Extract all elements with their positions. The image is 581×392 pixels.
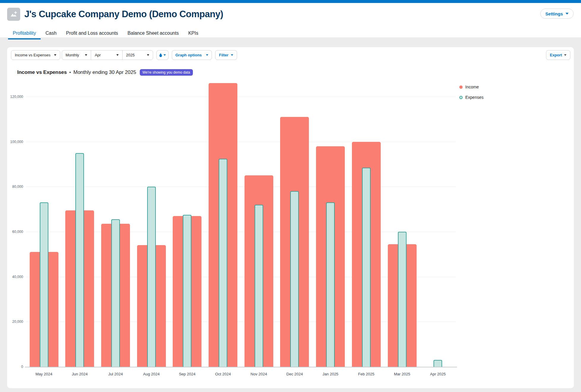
legend-swatch-income — [459, 85, 463, 89]
image-plus-icon — [9, 10, 18, 18]
x-axis-line — [25, 367, 457, 367]
expenses-bar[interactable] — [255, 205, 263, 367]
x-axis-label: Feb 2025 — [348, 372, 384, 376]
chevron-down-icon — [566, 13, 569, 15]
legend-label: Expenses — [465, 95, 483, 100]
y-axis-label: 20,000 — [5, 320, 23, 324]
legend-swatch-expenses — [459, 96, 463, 99]
y-axis-label: 40,000 — [5, 275, 23, 279]
y-axis-label: 0 — [5, 365, 23, 369]
settings-button[interactable]: Settings — [540, 9, 574, 19]
expenses-bar[interactable] — [40, 202, 48, 367]
chart-plot-area: 020,00040,00060,00080,000100,000120,000M… — [7, 47, 574, 388]
tab-cash[interactable]: Cash — [41, 28, 61, 39]
expenses-bar[interactable] — [75, 153, 84, 367]
x-axis-label: May 2024 — [26, 372, 62, 376]
y-axis-label: 80,000 — [5, 185, 23, 189]
expenses-bar[interactable] — [362, 168, 371, 367]
page-title: J's Cupcake Company Demo (Demo Company) — [24, 9, 223, 20]
x-axis-label: Mar 2025 — [384, 372, 420, 376]
x-axis-label: Sep 2024 — [169, 372, 205, 376]
y-axis-label: 120,000 — [5, 95, 23, 99]
tab-profit-and-loss-accounts[interactable]: Profit and Loss accounts — [61, 28, 123, 39]
legend-item-income[interactable]: Income — [459, 85, 479, 89]
legend-label: Income — [465, 85, 479, 89]
app-header: J's Cupcake Company Demo (Demo Company) … — [0, 3, 581, 37]
settings-label: Settings — [545, 11, 563, 16]
x-axis-label: Apr 2025 — [420, 372, 456, 376]
tab-bar: ProfitabilityCashProfit and Loss account… — [8, 28, 203, 39]
expenses-bar[interactable] — [290, 191, 299, 367]
gridline — [26, 142, 456, 142]
x-axis-label: Jul 2024 — [98, 372, 133, 376]
tab-balance-sheet-accounts[interactable]: Balance Sheet accounts — [123, 28, 184, 39]
expenses-bar[interactable] — [183, 215, 191, 367]
expenses-bar[interactable] — [326, 202, 335, 367]
tab-kpis[interactable]: KPIs — [183, 28, 203, 39]
expenses-bar[interactable] — [398, 232, 407, 367]
top-accent-bar — [0, 0, 581, 3]
x-axis-label: Nov 2024 — [241, 372, 277, 376]
expenses-bar[interactable] — [111, 219, 120, 367]
gridline — [26, 187, 456, 187]
gridline — [26, 97, 456, 97]
tab-profitability[interactable]: Profitability — [8, 28, 41, 39]
x-axis-label: Jun 2024 — [62, 372, 98, 376]
expenses-bar[interactable] — [219, 159, 227, 367]
company-logo-placeholder-icon[interactable] — [7, 8, 20, 21]
legend-item-expenses[interactable]: Expenses — [459, 95, 483, 100]
y-axis-label: 100,000 — [5, 140, 23, 144]
brand: J's Cupcake Company Demo (Demo Company) — [7, 8, 223, 21]
x-axis-label: Jan 2025 — [313, 372, 348, 376]
x-axis-label: Dec 2024 — [277, 372, 312, 376]
y-axis-label: 60,000 — [5, 230, 23, 234]
x-axis-label: Aug 2024 — [134, 372, 169, 376]
x-axis-label: Oct 2024 — [205, 372, 241, 376]
expenses-bar[interactable] — [434, 360, 442, 367]
expenses-bar[interactable] — [147, 187, 156, 367]
report-card: Income vs Expenses Monthly Apr 2025 Grap… — [7, 47, 574, 388]
